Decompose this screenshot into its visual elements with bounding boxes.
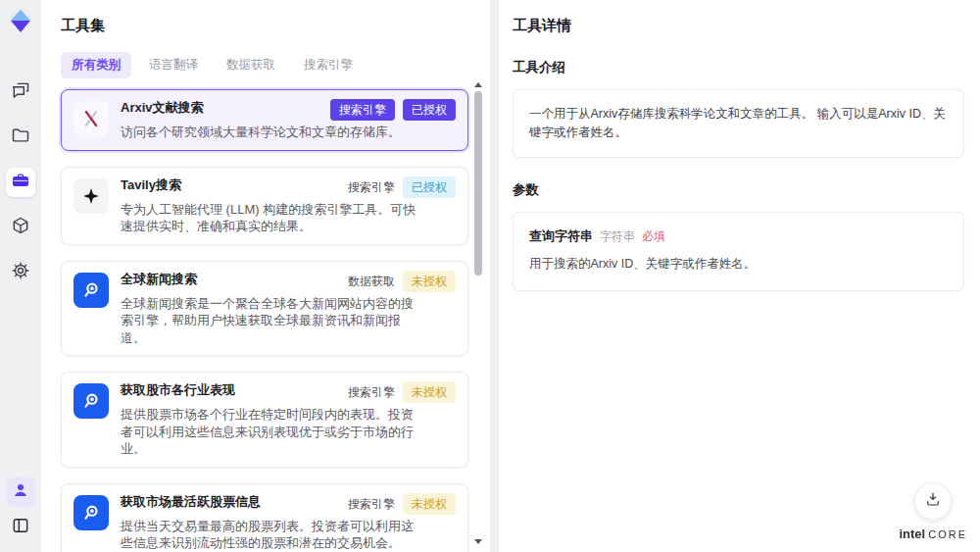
- user-icon: [12, 481, 29, 503]
- settings-gear-icon: [11, 261, 30, 284]
- parameter-item: 查询字符串 字符串 必填 用于搜索的Arxiv ID、关键字或作者姓名。: [513, 212, 964, 291]
- download-icon: [924, 490, 942, 512]
- scrollbar-up-icon[interactable]: [474, 82, 482, 87]
- search-app-icon: [74, 495, 109, 530]
- parameter-description: 用于搜索的Arxiv ID、关键字或作者姓名。: [529, 256, 948, 273]
- tool-card[interactable]: 获取市场最活跃股票信息 搜索引擎 未授权 提供当天交易量最高的股票列表。投资者可…: [61, 483, 468, 552]
- tab-all-categories[interactable]: 所有类别: [61, 52, 131, 78]
- category-badge: 搜索引擎: [330, 99, 395, 121]
- tool-description: 专为人工智能代理 (LLM) 构建的搜索引擎工具。可快速提供实时、准确和真实的结…: [121, 201, 416, 235]
- auth-badge: 未授权: [403, 381, 456, 403]
- tool-name: 获取市场最活跃股票信息: [121, 493, 261, 510]
- tavily-star-icon: [74, 178, 109, 214]
- tool-name: Tavily搜索: [121, 176, 181, 193]
- corner-widgets: intelCORE: [899, 482, 967, 542]
- sidebar-item-collapse[interactable]: [6, 513, 35, 542]
- category-badge: 搜索引擎: [348, 493, 395, 515]
- sidebar-item-files[interactable]: [6, 123, 35, 152]
- intro-heading: 工具介绍: [513, 59, 964, 76]
- category-tabs: 所有类别 语言翻译 数据获取 搜索引擎: [61, 52, 470, 78]
- cube-icon: [11, 216, 30, 239]
- page-title: 工具集: [61, 17, 470, 35]
- tool-list-panel: 工具集 所有类别 语言翻译 数据获取 搜索引擎 Arxiv文献搜索 搜索引擎 已…: [41, 0, 490, 552]
- tool-description: 提供股票市场各个行业在特定时间段内的表现。投资者可以利用这些信息来识别表现优于或…: [121, 406, 416, 458]
- download-button[interactable]: [914, 482, 952, 520]
- icon-sidebar: [0, 0, 41, 552]
- arxiv-logo-icon: [74, 101, 109, 136]
- category-badge: 数据获取: [348, 271, 395, 292]
- sidebar-item-account[interactable]: [6, 477, 35, 507]
- toolbox-icon: [11, 171, 30, 194]
- scrollbar[interactable]: [473, 82, 483, 544]
- auth-badge: 未授权: [403, 493, 456, 515]
- tool-list: Arxiv文献搜索 搜索引擎 已授权 访问各个研究领域大量科学论文和文章的存储库…: [61, 89, 468, 552]
- params-heading: 参数: [513, 181, 964, 199]
- intro-text: 一个用于从Arxiv存储库搜索科学论文和文章的工具。 输入可以是Arxiv ID…: [513, 89, 964, 158]
- tool-description: 全球新闻搜索是一个聚合全球各大新闻网站内容的搜索引擎，帮助用户快速获取全球最新资…: [121, 295, 416, 347]
- tool-description: 访问各个研究领域大量科学论文和文章的存储库。: [121, 124, 416, 141]
- tool-card[interactable]: 获取股市各行业表现 搜索引擎 未授权 提供股票市场各个行业在特定时间段内的表现。…: [61, 372, 468, 468]
- auth-badge: 未授权: [403, 271, 456, 292]
- tool-card[interactable]: 全球新闻搜索 数据获取 未授权 全球新闻搜索是一个聚合全球各大新闻网站内容的搜索…: [61, 261, 468, 357]
- detail-title: 工具详情: [513, 17, 964, 35]
- search-app-icon: [74, 383, 109, 419]
- app-logo-icon: [8, 9, 33, 34]
- tool-name: 全球新闻搜索: [121, 271, 197, 287]
- chat-icon: [11, 80, 30, 104]
- tab-search-engine[interactable]: 搜索引擎: [293, 52, 364, 78]
- category-badge: 搜索引擎: [348, 176, 395, 198]
- auth-badge: 已授权: [403, 176, 456, 198]
- auth-badge: 已授权: [403, 99, 456, 121]
- tool-name: 获取股市各行业表现: [121, 381, 235, 398]
- intel-core-logo: intelCORE: [899, 525, 967, 542]
- folder-icon: [11, 125, 30, 149]
- tool-card[interactable]: Arxiv文献搜索 搜索引擎 已授权 访问各个研究领域大量科学论文和文章的存储库…: [61, 89, 468, 151]
- parameter-type: 字符串: [600, 228, 635, 245]
- category-badge: 搜索引擎: [348, 381, 395, 403]
- tool-card[interactable]: Tavily搜索 搜索引擎 已授权 专为人工智能代理 (LLM) 构建的搜索引擎…: [61, 167, 468, 245]
- tab-data-acquisition[interactable]: 数据获取: [216, 52, 286, 78]
- scrollbar-down-icon[interactable]: [474, 539, 482, 544]
- parameter-name: 查询字符串: [529, 227, 593, 245]
- sidebar-item-tools[interactable]: [6, 168, 35, 197]
- tool-name: Arxiv文献搜索: [121, 99, 204, 116]
- scrollbar-thumb[interactable]: [474, 91, 482, 276]
- sidebar-item-settings[interactable]: [6, 258, 35, 287]
- app-window: 工具集 所有类别 语言翻译 数据获取 搜索引擎 Arxiv文献搜索 搜索引擎 已…: [0, 0, 980, 552]
- required-badge: 必填: [642, 228, 665, 245]
- sidebar-item-chat[interactable]: [6, 77, 35, 107]
- tool-description: 提供当天交易量最高的股票列表。投资者可以利用这些信息来识别流动性强的股票和潜在的…: [121, 518, 416, 552]
- tab-language-translation[interactable]: 语言翻译: [138, 52, 209, 78]
- tool-detail-panel: 工具详情 工具介绍 一个用于从Arxiv存储库搜索科学论文和文章的工具。 输入可…: [499, 0, 980, 552]
- sidebar-item-models[interactable]: [6, 213, 35, 242]
- search-app-icon: [74, 273, 109, 308]
- panel-toggle-icon: [11, 516, 30, 539]
